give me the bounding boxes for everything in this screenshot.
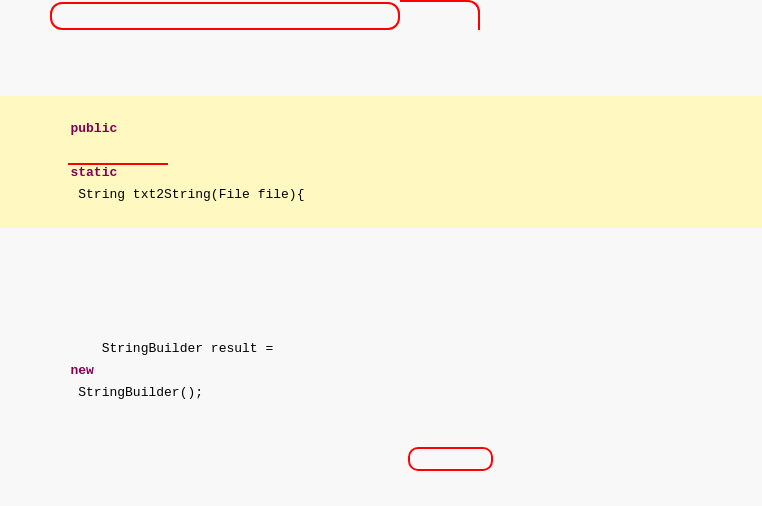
- keyword-public: public: [70, 121, 117, 136]
- keyword-static: static: [70, 165, 117, 180]
- code-block: public static String txt2String(File fil…: [0, 0, 762, 506]
- code-line-1: public static String txt2String(File fil…: [0, 96, 762, 228]
- code-container: public static String txt2String(File fil…: [0, 0, 762, 506]
- code-line-2: StringBuilder result = new StringBuilder…: [0, 316, 762, 426]
